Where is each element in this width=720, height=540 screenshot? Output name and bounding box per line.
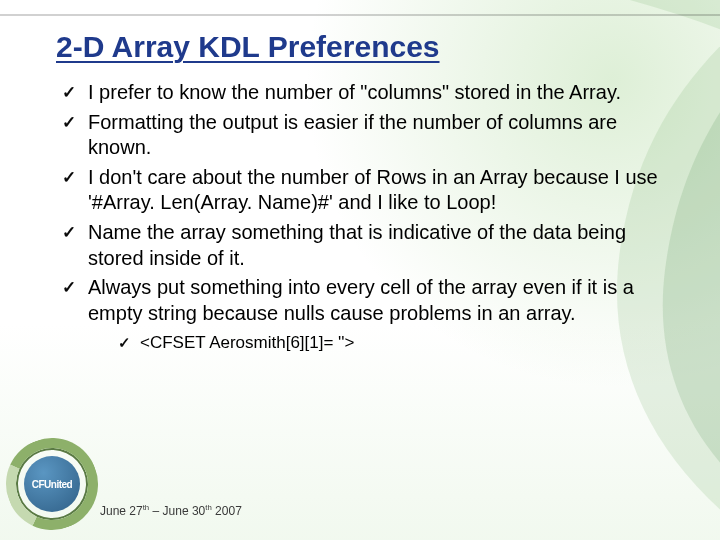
- bullet-list: ✓ I prefer to know the number of "column…: [62, 80, 676, 354]
- check-icon: ✓: [62, 167, 76, 189]
- list-item: ✓ Always put something into every cell o…: [62, 275, 676, 354]
- check-icon: ✓: [62, 277, 76, 299]
- footer-part: 2007: [212, 504, 242, 518]
- bullet-text: I don't care about the number of Rows in…: [88, 166, 658, 214]
- list-item: ✓ <CFSET Aerosmith[6][1]= ''>: [118, 332, 676, 354]
- check-icon: ✓: [62, 82, 76, 104]
- list-item: ✓ Formatting the output is easier if the…: [62, 110, 676, 161]
- footer-part: June 27: [100, 504, 143, 518]
- conference-logo: CFUnited: [6, 438, 98, 530]
- check-icon: ✓: [62, 112, 76, 134]
- bullet-text: Name the array something that is indicat…: [88, 221, 626, 269]
- sub-bullet-list: ✓ <CFSET Aerosmith[6][1]= ''>: [118, 332, 676, 354]
- check-icon: ✓: [118, 333, 131, 353]
- list-item: ✓ Name the array something that is indic…: [62, 220, 676, 271]
- bullet-text: I prefer to know the number of "columns"…: [88, 81, 621, 103]
- slide-content: 2-D Array KDL Preferences ✓ I prefer to …: [0, 0, 720, 540]
- check-icon: ✓: [62, 222, 76, 244]
- footer-part: – June 30: [149, 504, 205, 518]
- sub-bullet-text: <CFSET Aerosmith[6][1]= ''>: [140, 333, 355, 352]
- slide-title: 2-D Array KDL Preferences: [56, 30, 676, 64]
- footer-date: June 27th – June 30th 2007: [100, 503, 242, 518]
- list-item: ✓ I prefer to know the number of "column…: [62, 80, 676, 106]
- list-item: ✓ I don't care about the number of Rows …: [62, 165, 676, 216]
- bullet-text: Formatting the output is easier if the n…: [88, 111, 617, 159]
- bullet-text: Always put something into every cell of …: [88, 276, 634, 324]
- logo-ring-icon: [0, 425, 111, 540]
